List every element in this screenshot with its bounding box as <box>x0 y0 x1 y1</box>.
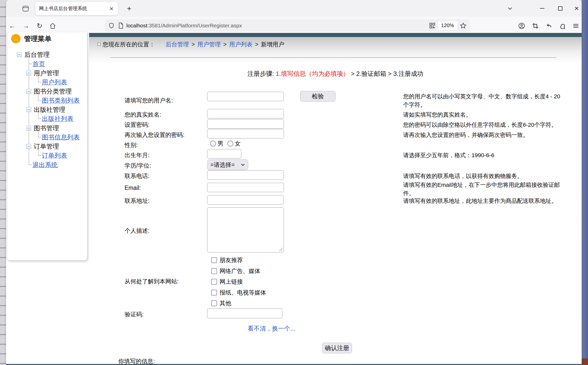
collapse-icon[interactable]: − <box>26 144 31 149</box>
url-text[interactable]: localhost:3581/AdminPlatform/UserRegiste… <box>126 23 429 29</box>
tree-node-order-mgmt[interactable]: − 订单管理 <box>26 142 59 150</box>
forward-button[interactable]: → <box>21 21 30 30</box>
tree-link-book-info-list[interactable]: 图书信息列表 <box>42 133 80 141</box>
tree-label[interactable]: 订单列表 <box>42 151 67 160</box>
tree-label[interactable]: 订单管理 <box>34 142 59 151</box>
tree-label[interactable]: 图书管理 <box>34 124 59 132</box>
home-button[interactable] <box>48 21 57 30</box>
browser-tab[interactable]: 网上书店后台管理系统 × <box>35 2 118 15</box>
close-window-button[interactable]: × <box>572 4 581 13</box>
extensions-puzzle-icon[interactable] <box>558 21 567 30</box>
back-button[interactable]: ← <box>8 21 17 30</box>
qr-share-icon[interactable] <box>429 22 436 29</box>
source-option-other[interactable]: 其他 <box>211 299 231 307</box>
undo-arrow-icon[interactable] <box>544 21 554 30</box>
collapse-icon[interactable]: − <box>26 89 31 94</box>
minimize-button[interactable] <box>537 4 547 13</box>
address-input[interactable] <box>207 195 284 205</box>
birth-input[interactable] <box>207 149 241 158</box>
checkbox-icon[interactable] <box>211 279 217 285</box>
breadcrumb-link-admin[interactable]: 后台管理 <box>166 41 189 48</box>
tree-node-publisher-mgmt[interactable]: − 出版社管理 <box>26 106 65 113</box>
realname-help: 请如实填写您的真实姓名。 <box>403 111 565 119</box>
collapse-icon[interactable]: − <box>26 71 31 76</box>
source-option-label: 朋友推荐 <box>220 256 243 264</box>
new-tab-button[interactable]: + <box>125 4 134 13</box>
breadcrumb-link-user-mgmt[interactable]: 用户管理 <box>197 41 221 48</box>
source-option-online-ads[interactable]: 网络广告、媒体 <box>211 267 260 275</box>
source-option-newspaper-tv[interactable]: 报纸、电视等媒体 <box>211 289 266 297</box>
maximize-button[interactable] <box>555 4 565 13</box>
checkbox-icon[interactable] <box>211 300 217 306</box>
collapse-icon[interactable]: − <box>26 107 31 112</box>
firefox-view-icon[interactable] <box>22 5 30 13</box>
tree-label[interactable]: 出版社管理 <box>34 105 65 114</box>
tree-connector <box>38 118 41 119</box>
tree-link-logout[interactable]: 退出系统 <box>32 161 58 169</box>
confirm-register-button[interactable]: 确认注册 <box>322 343 352 353</box>
tree-link-publisher-list[interactable]: 出版社列表 <box>42 115 73 122</box>
description-textarea[interactable] <box>207 207 284 252</box>
realname-input[interactable] <box>207 109 284 118</box>
degree-selected-value: =请选择= <box>210 161 235 169</box>
resize-grip-icon[interactable] <box>279 247 283 251</box>
tree-label[interactable]: 出版社列表 <box>42 115 73 123</box>
collapse-icon[interactable]: − <box>17 52 22 57</box>
page-info-icon[interactable] <box>118 22 124 29</box>
email-input[interactable] <box>207 183 284 192</box>
tree-node-book-mgmt[interactable]: − 图书管理 <box>26 124 59 132</box>
password-label: 设置密码: <box>125 121 149 129</box>
phone-input[interactable] <box>207 170 284 180</box>
tree-label[interactable]: 退出系统 <box>32 161 58 169</box>
degree-select[interactable]: =请选择= <box>207 159 248 170</box>
tree-node-backend-admin[interactable]: − 后台管理 <box>17 51 50 58</box>
account-icon[interactable] <box>517 21 526 30</box>
captcha-input[interactable] <box>207 308 282 318</box>
tree-label[interactable]: 用户列表 <box>42 78 67 86</box>
tree-label[interactable]: 后台管理 <box>24 50 50 59</box>
tree-connector <box>38 155 41 156</box>
tab-list-chevron-icon[interactable] <box>505 4 515 13</box>
source-option-friend[interactable]: 朋友推荐 <box>211 256 243 264</box>
tree-label[interactable]: 用户管理 <box>34 69 59 77</box>
source-label: 从何处了解到本网站: <box>125 278 179 285</box>
shield-icon[interactable] <box>108 22 115 29</box>
password-confirm-input[interactable] <box>207 129 284 138</box>
source-option-web-link[interactable]: 网上链接 <box>211 278 243 286</box>
realname-label: 您的真实姓名: <box>125 111 161 119</box>
checkbox-icon[interactable] <box>211 290 217 296</box>
screenshot-crop-icon[interactable] <box>531 21 540 30</box>
captcha-refresh-link[interactable]: 看不清，换一个... <box>248 324 295 333</box>
checkbox-icon[interactable] <box>211 257 217 263</box>
zoom-level-badge[interactable]: 120% <box>438 21 457 30</box>
password-input[interactable] <box>207 119 284 129</box>
bookmark-star-icon[interactable] <box>460 22 467 29</box>
reload-button[interactable]: ↻ <box>35 21 44 30</box>
gender-male-option[interactable]: 男 <box>210 140 223 148</box>
url-bar[interactable]: localhost:3581/AdminPlatform/UserRegiste… <box>105 19 470 32</box>
gender-male-radio[interactable] <box>210 141 216 147</box>
tree-link-home[interactable]: 首页 <box>32 60 45 68</box>
collapse-icon[interactable]: − <box>26 126 31 131</box>
tree-label[interactable]: 图书分类管理 <box>34 87 72 96</box>
check-username-button[interactable]: 检验 <box>300 91 336 102</box>
username-input[interactable] <box>207 92 284 101</box>
tree-link-order-list[interactable]: 订单列表 <box>42 152 67 159</box>
checkbox-icon[interactable] <box>211 268 217 274</box>
tree-node-user-mgmt[interactable]: − 用户管理 <box>26 69 59 77</box>
divider-line <box>110 57 556 58</box>
gender-female-option[interactable]: 女 <box>227 140 241 148</box>
breadcrumb-link-user-list[interactable]: 用户列表 <box>229 41 252 48</box>
tree-label[interactable]: 首页 <box>32 60 45 68</box>
breadcrumb-current: 新增用户 <box>261 41 284 48</box>
tree-link-user-list[interactable]: 用户列表 <box>42 78 67 86</box>
gender-female-radio[interactable] <box>227 141 233 147</box>
tab-close-icon[interactable]: × <box>109 5 114 12</box>
url-path: :3581/AdminPlatform/UserRegister.aspx <box>147 23 242 28</box>
tree-label[interactable]: 图书信息列表 <box>42 133 80 141</box>
tree-link-category-list[interactable]: 图书类别列表 <box>42 97 80 104</box>
tree-label[interactable]: 图书类别列表 <box>42 96 80 105</box>
hamburger-menu-icon[interactable] <box>571 21 580 30</box>
password-confirm-help: 请再次输入您设置的密码，并确保两次密码一致。 <box>403 131 565 139</box>
tree-node-category-mgmt[interactable]: − 图书分类管理 <box>26 87 72 95</box>
